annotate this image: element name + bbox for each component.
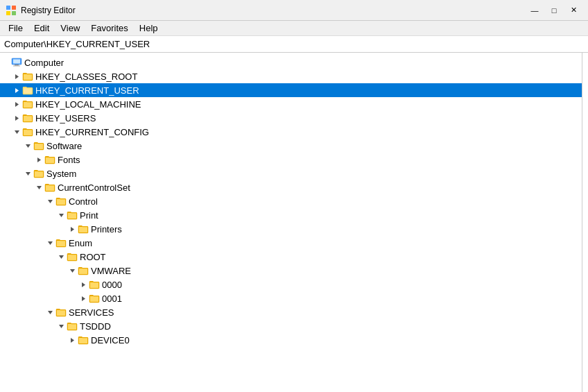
expand-button[interactable] xyxy=(11,112,22,123)
expand-button[interactable] xyxy=(55,321,67,332)
tree-node-enum[interactable]: Enum xyxy=(0,236,582,250)
expand-button[interactable] xyxy=(33,154,44,165)
address-path: Computer\HKEY_CURRENT_USER xyxy=(4,39,150,49)
tree-node-device0[interactable]: DEVICE0 xyxy=(0,333,582,347)
svg-rect-3 xyxy=(12,11,16,15)
expand-button[interactable] xyxy=(67,265,78,276)
node-label: CurrentControlSet xyxy=(58,182,130,193)
svg-marker-16 xyxy=(37,186,42,189)
expand-button[interactable] xyxy=(67,334,78,346)
tree-node-vmware[interactable]: VMWARE xyxy=(0,264,582,278)
svg-rect-6 xyxy=(15,65,19,66)
folder-icon xyxy=(22,71,33,81)
title-bar-text: Registry Editor xyxy=(21,6,76,15)
svg-marker-12 xyxy=(15,130,19,134)
folder-icon xyxy=(78,224,89,234)
tree-node-hkcr[interactable]: HKEY_CLASSES_ROOT xyxy=(0,69,582,83)
expand-button[interactable] xyxy=(78,279,89,290)
expand-button[interactable] xyxy=(11,126,22,137)
expand-button[interactable] xyxy=(55,251,67,262)
node-label: HKEY_LOCAL_MACHINE xyxy=(35,99,141,110)
expand-button[interactable] xyxy=(55,210,67,221)
tree-node-root[interactable]: ROOT xyxy=(0,250,582,264)
node-label: Control xyxy=(69,196,98,207)
tree-node-software[interactable]: Software xyxy=(0,139,582,153)
tree-node-n0001[interactable]: 0001 xyxy=(0,291,582,305)
expand-button[interactable] xyxy=(44,237,55,248)
node-label: Fonts xyxy=(58,155,80,165)
expand-button[interactable] xyxy=(33,182,44,193)
expand-button[interactable] xyxy=(78,293,89,304)
svg-marker-25 xyxy=(48,311,53,314)
menu-favorites[interactable]: Favorites xyxy=(85,22,133,35)
tree-node-printers[interactable]: Printers xyxy=(0,222,582,236)
node-label: HKEY_CLASSES_ROOT xyxy=(35,71,137,82)
tree-node-system[interactable]: System xyxy=(0,167,582,180)
svg-marker-10 xyxy=(15,102,19,107)
tree-node-hklm[interactable]: HKEY_LOCAL_MACHINE xyxy=(0,97,582,111)
minimize-button[interactable]: — xyxy=(526,3,544,17)
node-label: TSDDD xyxy=(80,321,111,332)
maximize-button[interactable]: □ xyxy=(545,3,563,17)
expand-button[interactable] xyxy=(0,57,11,68)
folder-icon xyxy=(22,127,33,137)
tree-node-tsddd[interactable]: TSDDD xyxy=(0,319,582,333)
svg-marker-11 xyxy=(15,116,19,121)
tree-node-fonts[interactable]: Fonts xyxy=(0,153,582,167)
expand-button[interactable] xyxy=(11,99,22,110)
node-label: VMWARE xyxy=(91,266,131,276)
svg-rect-0 xyxy=(6,6,10,10)
tree-node-n0000[interactable]: 0000 xyxy=(0,278,582,291)
folder-icon xyxy=(78,266,89,275)
svg-rect-7 xyxy=(13,66,20,67)
menu-help[interactable]: Help xyxy=(134,22,164,35)
menu-file[interactable]: File xyxy=(3,22,28,35)
title-bar-controls: — □ ✕ xyxy=(526,3,582,17)
close-button[interactable]: ✕ xyxy=(564,3,582,17)
node-label: 0001 xyxy=(102,293,122,304)
svg-rect-2 xyxy=(6,11,10,15)
node-label: 0000 xyxy=(102,280,122,290)
expand-button[interactable] xyxy=(67,223,78,235)
tree-node-hku[interactable]: HKEY_USERS xyxy=(0,111,582,125)
expand-button[interactable] xyxy=(11,85,22,96)
svg-marker-24 xyxy=(82,296,85,301)
folder-icon xyxy=(44,182,55,192)
tree-node-services[interactable]: SERVICES xyxy=(0,305,582,319)
svg-marker-19 xyxy=(71,227,74,232)
tree-node-control[interactable]: Control xyxy=(0,194,582,208)
menu-edit[interactable]: Edit xyxy=(28,22,55,35)
node-label: Enum xyxy=(69,238,92,248)
node-label: HKEY_CURRENT_USER xyxy=(35,85,139,96)
tree-node-hkcc[interactable]: HKEY_CURRENT_CONFIG xyxy=(0,125,582,139)
folder-icon xyxy=(55,238,67,248)
menu-view[interactable]: View xyxy=(55,22,85,35)
svg-marker-9 xyxy=(15,88,19,93)
tree-node-print[interactable]: Print xyxy=(0,208,582,222)
node-label: HKEY_CURRENT_CONFIG xyxy=(35,127,149,137)
svg-rect-5 xyxy=(13,60,20,64)
svg-marker-22 xyxy=(70,269,75,273)
expand-button[interactable] xyxy=(11,71,22,82)
node-label: System xyxy=(46,169,76,179)
registry-tree[interactable]: Computer HKEY_CLASSES_ROOT HKEY_CURRENT_… xyxy=(0,53,582,392)
expand-button[interactable] xyxy=(44,196,55,207)
tree-node-ccs[interactable]: CurrentControlSet xyxy=(0,180,582,194)
expand-button[interactable] xyxy=(22,168,33,179)
expand-button[interactable] xyxy=(22,140,33,151)
folder-icon xyxy=(22,113,33,123)
tree-node-hkcu[interactable]: HKEY_CURRENT_USER xyxy=(0,83,582,97)
svg-marker-21 xyxy=(59,255,64,259)
app-icon xyxy=(6,5,17,16)
folder-icon xyxy=(33,169,44,178)
svg-marker-26 xyxy=(59,325,64,328)
tree-node-computer[interactable]: Computer xyxy=(0,56,582,69)
expand-button[interactable] xyxy=(44,307,55,318)
svg-marker-20 xyxy=(48,241,53,245)
folder-icon xyxy=(22,99,33,109)
svg-marker-27 xyxy=(71,338,74,343)
node-label: Printers xyxy=(91,224,122,235)
computer-icon xyxy=(11,58,22,67)
folder-icon xyxy=(44,155,55,164)
node-label: ROOT xyxy=(80,252,106,262)
